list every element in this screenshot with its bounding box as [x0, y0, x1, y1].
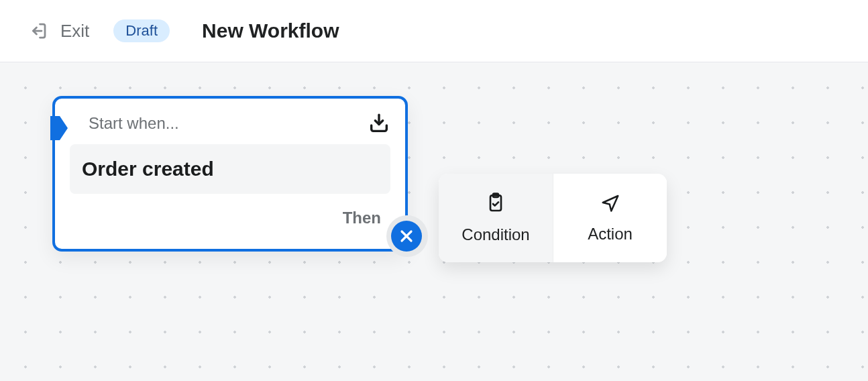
page-title: New Workflow	[202, 19, 339, 42]
add-action-button[interactable]: Action	[553, 174, 667, 262]
then-row: Then	[70, 194, 390, 227]
close-icon	[398, 228, 415, 244]
trigger-event-name: Order created	[82, 158, 214, 180]
inbox-download-icon[interactable]	[368, 112, 390, 135]
status-badge: Draft	[113, 19, 170, 42]
add-condition-button[interactable]: Condition	[439, 174, 553, 262]
then-label: Then	[343, 209, 381, 227]
trigger-header: Start when...	[70, 112, 390, 135]
condition-label: Condition	[462, 225, 529, 244]
trigger-node[interactable]: Start when... Order created Then	[52, 96, 408, 252]
entry-flag-icon	[49, 115, 69, 142]
clipboard-check-icon	[485, 192, 506, 216]
app-header: Exit Draft New Workflow	[0, 0, 868, 62]
exit-icon	[28, 21, 48, 41]
exit-button[interactable]: Exit	[28, 21, 89, 42]
trigger-event-row[interactable]: Order created	[70, 144, 390, 194]
close-button[interactable]	[391, 221, 422, 252]
exit-label: Exit	[60, 21, 89, 42]
paper-plane-icon	[599, 193, 622, 215]
workflow-canvas[interactable]: Start when... Order created Then	[0, 62, 868, 381]
trigger-header-label: Start when...	[70, 114, 179, 133]
add-node-chooser: Condition Action	[439, 174, 667, 262]
action-label: Action	[588, 225, 633, 243]
